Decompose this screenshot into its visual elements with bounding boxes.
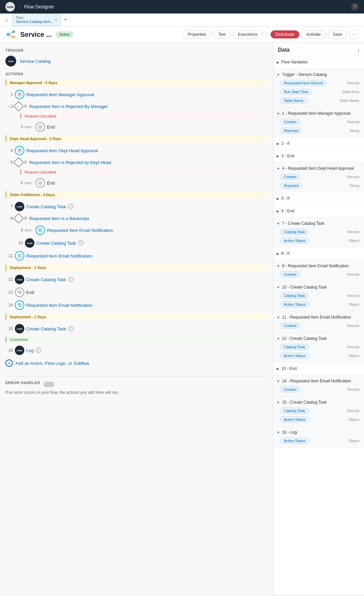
action-15-info-icon[interactable]: ⓘ: [68, 326, 74, 331]
action-num-4: 4: [7, 148, 13, 153]
section-15-toggle[interactable]: ▼ 15 - Create Catalog Task: [273, 398, 364, 406]
action-7-name[interactable]: Create Catalog Task: [26, 204, 66, 209]
action-9-name[interactable]: Requested Item Email Notification: [47, 228, 113, 233]
action-7-info-icon[interactable]: ⓘ: [68, 204, 74, 209]
data-item-16-action-status: Action Status Object: [273, 436, 364, 445]
section-5-arrow: ▶: [277, 197, 279, 200]
data-section-flow-variables: ▶ Flow Variables: [273, 56, 364, 69]
section-16-toggle[interactable]: ▼ 16 - Log: [273, 428, 364, 436]
pill-14-context[interactable]: Context: [280, 386, 300, 392]
pill-15-action-status[interactable]: Action Status: [280, 416, 309, 423]
section-1-toggle[interactable]: ▼ 1 - Requested Item Manager Approval: [273, 109, 364, 117]
section-12-toggle[interactable]: ▼ 12 - Create Catalog Task: [273, 334, 364, 343]
pill-1-rejected[interactable]: Rejected: [280, 128, 302, 134]
section-13-toggle[interactable]: ▶ 13 - End: [273, 364, 364, 373]
section-7-toggle[interactable]: ▼ 7 - Create Catalog Task: [273, 219, 364, 227]
action-10-name[interactable]: Create Catalog Task: [36, 241, 76, 246]
action-icon-7: now: [15, 202, 24, 211]
section-11-toggle[interactable]: ▼ 11 - Requested Item Email Notification: [273, 313, 364, 321]
section-3-toggle[interactable]: ▶ 3 - End: [273, 152, 364, 160]
section-5-toggle[interactable]: ▶ 5 - If: [273, 194, 364, 202]
pill-12-action-status[interactable]: Action Status: [280, 353, 309, 359]
type-12-catalog-task: Record: [347, 345, 359, 349]
cancelled-text-1: Request Cancelled: [20, 113, 268, 119]
action-8-name[interactable]: Requested Item is a Backorder: [29, 216, 89, 221]
action-10-info-icon[interactable]: ⓘ: [78, 240, 84, 246]
data-section-5: ▶ 5 - If: [273, 192, 364, 205]
action-15-name[interactable]: Create Catalog Task: [26, 326, 66, 331]
tab-close-button[interactable]: ✕: [55, 18, 57, 22]
action-1-name[interactable]: Requested Item Manager Approval: [26, 92, 94, 97]
pill-10-action-status[interactable]: Action Status: [280, 301, 309, 307]
trigger-service-catalog[interactable]: Service Catalog: [20, 59, 51, 64]
flow-variables-toggle[interactable]: ▶ Flow Variables: [273, 58, 364, 66]
deactivate-button[interactable]: Deactivate: [271, 30, 299, 38]
action-4-name[interactable]: Requested Item Dept Head Approval: [26, 148, 98, 153]
action-5-name[interactable]: Requested Item is Rejected by Dept Head: [29, 160, 111, 165]
add-action-row[interactable]: + Add an Action, Flow Logic, or Subflow: [5, 357, 268, 370]
activate-button[interactable]: Activate: [301, 30, 326, 39]
data-item-7-catalog-task: Catalog Task Record: [273, 227, 364, 236]
properties-button[interactable]: Properties: [183, 30, 211, 39]
pill-11-context[interactable]: Context: [280, 323, 300, 329]
cancelled-bar-1: Request Cancelled: [20, 113, 268, 119]
help-button[interactable]: ?: [351, 3, 359, 10]
pill-table-name[interactable]: Table Name: [280, 98, 307, 104]
action-16-name[interactable]: Log: [26, 348, 34, 353]
section-8-toggle[interactable]: ▶ 8 - If: [273, 249, 364, 258]
pill-run-start-time[interactable]: Run Start Time: [280, 89, 312, 95]
section-6-toggle[interactable]: ▶ 6 - End: [273, 207, 364, 215]
flow-tab[interactable]: Flow Service Catalog item... ✕: [12, 13, 61, 26]
pill-10-catalog-task[interactable]: Catalog Task: [280, 293, 309, 299]
type-7-action-status: Object: [348, 239, 359, 243]
pill-16-action-status[interactable]: Action Status: [280, 438, 309, 444]
action-row-7: 7 now Create Catalog Task ⓘ: [5, 200, 268, 213]
pill-1-context[interactable]: Context: [280, 119, 300, 125]
pill-9-context[interactable]: Context: [280, 271, 300, 277]
trigger-section-arrow: ▼: [277, 73, 280, 77]
pill-7-action-status[interactable]: Action Status: [280, 238, 309, 244]
header-actions: Properties Test Executions | Deactivate …: [183, 30, 359, 39]
data-item-1-context: Context Record: [273, 117, 364, 126]
data-section-12: ▼ 12 - Create Catalog Task Catalog Task …: [273, 332, 364, 362]
action-12-name[interactable]: Create Catalog Task: [26, 277, 66, 282]
pill-4-context[interactable]: Context: [280, 174, 300, 180]
home-icon[interactable]: ⌂: [5, 17, 8, 23]
section-9-toggle[interactable]: ▼ 9 - Requested Item Email Notification: [273, 262, 364, 270]
pill-4-rejected[interactable]: Rejected: [280, 183, 302, 189]
section-4-arrow: ▼: [277, 167, 280, 170]
pill-7-catalog-task[interactable]: Catalog Task: [280, 229, 309, 235]
action-6-name: End: [47, 181, 55, 186]
svg-line-3: [9, 32, 12, 34]
action-icon-3: [35, 122, 45, 132]
section-10-toggle[interactable]: ▼ 10 - Create Catalog Task: [273, 283, 364, 291]
section-14-toggle[interactable]: ▼ 14 - Requested Item Email Notification: [273, 377, 364, 385]
action-row-9: 9 then Requested Item Email Notification: [16, 224, 268, 237]
section-4-toggle[interactable]: ▼ 4 - Requested Item Dept Head Approval: [273, 164, 364, 172]
trigger-section-toggle[interactable]: ▼ Trigger - Service Catalog: [273, 71, 364, 79]
section-2-toggle[interactable]: ▶ 2 - If: [273, 139, 364, 147]
test-button[interactable]: Test: [213, 30, 231, 39]
action-3-name: End: [47, 125, 55, 130]
pill-12-catalog-task[interactable]: Catalog Task: [280, 344, 309, 350]
action-11-name[interactable]: Requested Item Email Notification: [26, 253, 92, 259]
executions-button[interactable]: Executions: [233, 30, 263, 39]
pill-15-catalog-task[interactable]: Catalog Task: [280, 408, 309, 414]
data-section-10: ▼ 10 - Create Catalog Task Catalog Task …: [273, 281, 364, 311]
section-2-arrow: ▶: [277, 142, 279, 145]
action-2-name[interactable]: Requested Item is Rejected By Manager: [29, 104, 108, 109]
type-4-rejected: String: [349, 184, 359, 188]
section-3-arrow: ▶: [277, 154, 279, 158]
data-item-9-context: Context Record: [273, 270, 364, 279]
action-12-info-icon[interactable]: ⓘ: [68, 277, 74, 282]
data-panel-chevron[interactable]: ›: [358, 47, 359, 53]
save-button[interactable]: Save: [328, 30, 347, 39]
section-16-arrow: ▼: [277, 431, 280, 434]
error-handler-toggle[interactable]: [44, 382, 54, 387]
action-14-name[interactable]: Requested Item Email Notification: [26, 303, 92, 308]
pill-requested-item-record[interactable]: Requested Item Record: [280, 80, 327, 86]
action-16-info-icon[interactable]: ⓘ: [36, 348, 41, 353]
more-options-button[interactable]: ···: [349, 30, 359, 39]
trigger-section-label: Trigger - Service Catalog: [282, 72, 327, 77]
add-tab-button[interactable]: +: [64, 16, 67, 23]
